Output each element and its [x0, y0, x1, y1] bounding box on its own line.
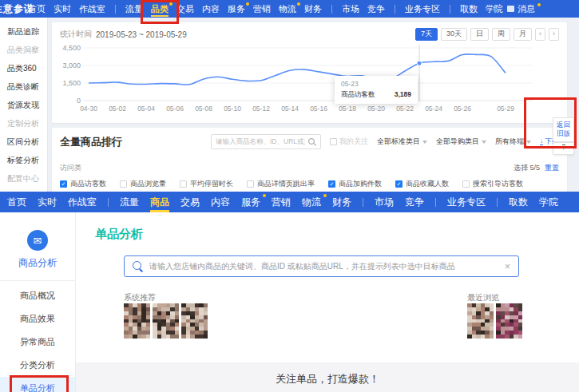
- nav-item-首页[interactable]: 首页: [2, 192, 32, 212]
- sidebar-item-分类分析[interactable]: 分类分析: [0, 354, 75, 377]
- svg-text:05-14: 05-14: [281, 105, 299, 113]
- metric-checkbox-商品加购件数[interactable]: ✓商品加购件数: [328, 179, 382, 189]
- blurred-product-thumbnail[interactable]: [124, 303, 150, 339]
- nav-item-内容[interactable]: 内容: [205, 192, 236, 212]
- my-follow-checkbox[interactable]: 我的关注: [330, 137, 368, 147]
- next-period-button[interactable]: ›: [549, 28, 559, 41]
- reset-button[interactable]: 重置: [545, 163, 559, 173]
- screen: 生意参谋 首页实时作战室流量品类交易内容服务营销物流财务市场竞争业务专区取数学院…: [0, 0, 579, 392]
- metric-checkbox-平均停留时长[interactable]: 平均停留时长: [180, 179, 233, 189]
- svg-text:05-22: 05-22: [396, 105, 414, 113]
- nav-item-内容[interactable]: 内容: [198, 0, 224, 18]
- nav-item-学院[interactable]: 学院: [482, 0, 507, 18]
- nav-item-服务[interactable]: 服务: [224, 0, 249, 18]
- sidebar-item-区间分析[interactable]: 区间分析: [7, 133, 47, 151]
- nav-item-营销[interactable]: 营销: [266, 192, 296, 212]
- metric-label: 搜索引导访客数: [473, 179, 523, 189]
- sidebar-item-品类360[interactable]: 品类360: [7, 59, 47, 77]
- rank-header: 全量商品排行 请输入商品名称、ID、URL或货号 我的关注 全部标准类目全部导购…: [60, 134, 559, 149]
- nav-item-市场[interactable]: 市场: [338, 0, 363, 18]
- sidebar-item-品类洞察[interactable]: 品类洞察: [7, 41, 47, 59]
- period-button-7天[interactable]: 7天: [415, 28, 438, 41]
- nav-item-财务[interactable]: 财务: [300, 0, 326, 18]
- nav-item-取数[interactable]: 取数: [503, 192, 533, 212]
- sidebar-item-品类诊断[interactable]: 品类诊断: [7, 77, 47, 96]
- back-to-old-version-button[interactable]: 返回 旧版: [553, 117, 574, 142]
- nav-item-竞争[interactable]: 竞争: [399, 192, 430, 212]
- blurred-product-thumbnail[interactable]: [153, 303, 179, 339]
- metric-label: 商品加购件数: [339, 179, 382, 189]
- checkbox-unchecked[interactable]: [462, 180, 470, 188]
- nav-item-服务[interactable]: 服务: [236, 192, 266, 212]
- page-title: 单品分析: [95, 227, 143, 242]
- svg-text:05-20: 05-20: [367, 105, 385, 113]
- sidebar-item-商品效果[interactable]: 商品效果: [0, 307, 75, 331]
- checkbox-unchecked[interactable]: [330, 138, 337, 145]
- filter-dropdown-所有终端[interactable]: 所有终端: [495, 137, 531, 147]
- nav-item-交易[interactable]: 交易: [175, 192, 205, 212]
- nav-item-物流[interactable]: 物流: [275, 0, 300, 18]
- nav-item-实时[interactable]: 实时: [50, 0, 75, 18]
- prev-period-button[interactable]: ‹: [535, 28, 545, 41]
- checkbox-checked[interactable]: ✓: [60, 180, 67, 188]
- nav-item-流量[interactable]: 流量: [114, 192, 145, 212]
- nav-item-作战室[interactable]: 作战室: [62, 192, 102, 212]
- nav-item-竞争[interactable]: 竞争: [363, 0, 389, 18]
- system-recommend-thumbnails: [124, 303, 208, 339]
- checkbox-checked[interactable]: ✓: [328, 180, 335, 188]
- metric-checkbox-商品访客数[interactable]: ✓商品访客数: [60, 179, 106, 189]
- nav-item-业务专区[interactable]: 业务专区: [401, 0, 444, 18]
- nav-item-财务[interactable]: 财务: [327, 192, 357, 212]
- nav-item-交易[interactable]: 交易: [173, 0, 198, 18]
- period-button-月[interactable]: 月: [514, 28, 532, 41]
- sidebar-item-货源发现[interactable]: 货源发现: [7, 96, 47, 114]
- period-button-30天[interactable]: 30天: [441, 28, 467, 41]
- nav-item-业务专区[interactable]: 业务专区: [442, 192, 491, 212]
- filter-dropdown-全部标准类目[interactable]: 全部标准类目: [377, 137, 427, 147]
- nav-item-取数[interactable]: 取数: [456, 0, 482, 18]
- nav-item-实时[interactable]: 实时: [32, 192, 62, 212]
- nav-item-品类[interactable]: 品类: [147, 0, 173, 18]
- blurred-product-thumbnail[interactable]: [496, 303, 522, 339]
- product-keyword-search-input[interactable]: 请输入您店铺内商品的关键词、商品ID 或粘贴商品URL，并在提示列表中选中目标商…: [124, 255, 519, 277]
- sidebar-item-标签分析[interactable]: 标签分析: [7, 151, 47, 169]
- checkbox-unchecked[interactable]: [120, 180, 127, 188]
- back-to-top-button[interactable]: ↑: [553, 142, 574, 155]
- metric-checkbox-商品详情页跳出率[interactable]: 商品详情页跳出率: [247, 179, 315, 189]
- nav-item-学院[interactable]: 学院: [533, 192, 564, 212]
- sidebar-item-商品概况[interactable]: 商品概况: [0, 284, 75, 307]
- period-button-日[interactable]: 日: [470, 28, 489, 41]
- metric-checkbox-商品收藏人数[interactable]: ✓商品收藏人数: [395, 179, 449, 189]
- search-icon[interactable]: [308, 138, 316, 146]
- product-search-input[interactable]: 请输入商品名称、ID、URL或货号: [211, 134, 321, 149]
- checkbox-unchecked[interactable]: [180, 180, 187, 188]
- nav-item-营销[interactable]: 营销: [249, 0, 275, 18]
- nav-item-物流[interactable]: 物流: [296, 192, 327, 212]
- sidebar-item-单品分析[interactable]: 单品分析: [0, 377, 75, 392]
- filter-dropdown-全部导购类目[interactable]: 全部导购类目: [436, 137, 486, 147]
- blurred-product-thumbnail[interactable]: [467, 303, 494, 339]
- blurred-product-thumbnail[interactable]: [181, 303, 208, 339]
- checkbox-unchecked[interactable]: [247, 180, 254, 188]
- sidebar-item-配置中心[interactable]: 配置中心: [7, 169, 47, 188]
- period-button-周[interactable]: 周: [492, 28, 510, 41]
- clear-icon[interactable]: ×: [505, 261, 510, 272]
- sidebar-item-定制分析[interactable]: 定制分析: [7, 114, 47, 133]
- message-menu[interactable]: 消息: [507, 0, 579, 18]
- metric-checkbox-搜索引导访客数[interactable]: 搜索引导访客数: [462, 179, 523, 189]
- nav-item-市场[interactable]: 市场: [369, 192, 399, 212]
- sidebar-item-新品追踪[interactable]: 新品追踪: [7, 22, 47, 41]
- chart-tooltip: 05-23 商品访客数 3,189: [335, 76, 418, 104]
- nav-item-流量[interactable]: 流量: [121, 0, 147, 18]
- nav-separator: [108, 198, 109, 207]
- envelope-icon: ✉: [34, 235, 42, 247]
- line-chart[interactable]: 01,5003,0004,50004-3005-0205-0405-0605-0…: [60, 43, 559, 118]
- dropdown-label: 全部导购类目: [436, 137, 479, 147]
- nav-item-首页[interactable]: 首页: [24, 0, 50, 18]
- checkbox-checked[interactable]: ✓: [395, 180, 403, 188]
- nav-item-商品[interactable]: 商品: [145, 192, 175, 212]
- bottom-section: 首页实时作战室流量商品交易内容服务营销物流财务市场竞争业务专区取数学院 ✉ 商品…: [0, 192, 579, 392]
- sidebar-item-异常商品[interactable]: 异常商品: [0, 331, 75, 354]
- metric-checkbox-商品浏览量[interactable]: 商品浏览量: [120, 179, 166, 189]
- nav-item-作战室[interactable]: 作战室: [75, 0, 109, 18]
